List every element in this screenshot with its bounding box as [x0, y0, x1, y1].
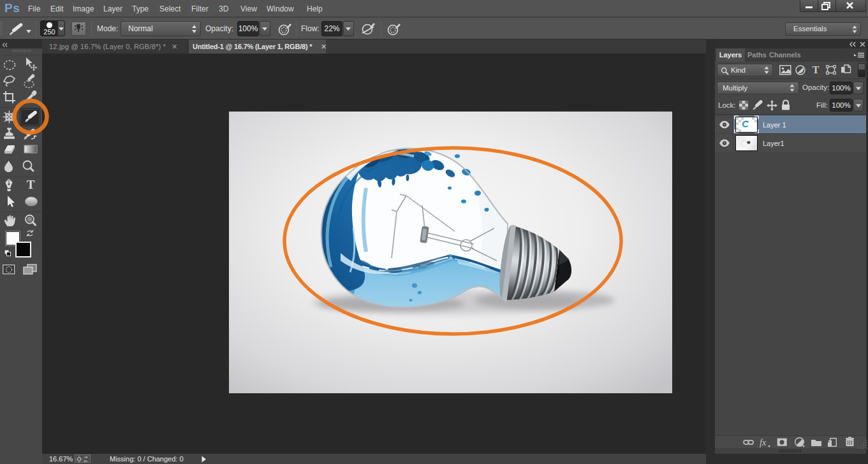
svg-text:T: T	[813, 64, 820, 75]
svg-text:fx: fx	[760, 438, 767, 447]
svg-text:T: T	[27, 178, 35, 191]
